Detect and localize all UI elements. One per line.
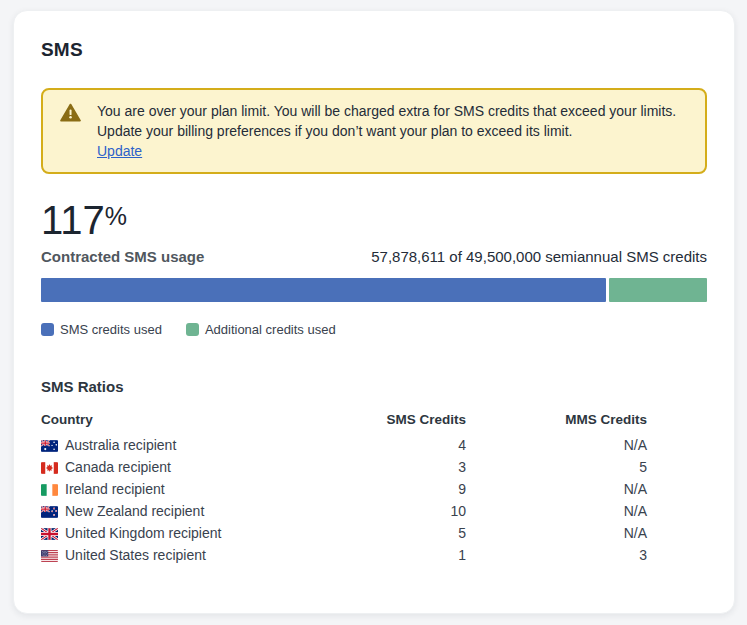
additional-credits-swatch-icon xyxy=(186,323,199,336)
legend-label: Additional credits used xyxy=(205,322,336,337)
usage-percent: 117% xyxy=(41,193,707,243)
table-row: New Zealand recipient 10 N/A xyxy=(41,500,647,522)
warning-triangle-icon xyxy=(60,103,81,126)
usage-percent-number: 117 xyxy=(41,198,105,242)
table-row: United Kingdom recipient 5 N/A xyxy=(41,522,647,544)
flag-nz-icon xyxy=(41,506,58,518)
bar-segment-sms xyxy=(41,278,606,302)
sms-usage-card: SMS You are over your plan limit. You wi… xyxy=(13,10,735,614)
mms-credits-value: N/A xyxy=(466,434,647,456)
table-row: United States recipient 1 3 xyxy=(41,544,647,566)
mms-credits-value: 3 xyxy=(466,544,647,566)
sms-credits-value: 3 xyxy=(301,456,466,478)
flag-ie-icon xyxy=(41,484,58,496)
country-label: Australia recipient xyxy=(65,437,176,453)
country-label: New Zealand recipient xyxy=(65,503,204,519)
table-row: Australia recipient 4 N/A xyxy=(41,434,647,456)
flag-us-icon xyxy=(41,550,58,562)
country-label: Ireland recipient xyxy=(65,481,165,497)
legend-item-sms: SMS credits used xyxy=(41,322,162,337)
sms-credits-value: 1 xyxy=(301,544,466,566)
country-label: Canada recipient xyxy=(65,459,171,475)
sms-credits-value: 10 xyxy=(301,500,466,522)
column-header-country: Country xyxy=(41,412,301,434)
flag-au-icon xyxy=(41,440,58,452)
page-title: SMS xyxy=(41,39,707,61)
usage-percent-sign: % xyxy=(105,202,127,230)
mms-credits-value: N/A xyxy=(466,500,647,522)
usage-stats: 57,878,611 of 49,500,000 semiannual SMS … xyxy=(371,248,707,265)
update-link[interactable]: Update xyxy=(97,141,142,161)
sms-credits-swatch-icon xyxy=(41,323,54,336)
alert-message: You are over your plan limit. You will b… xyxy=(97,101,689,161)
flag-ca-icon xyxy=(41,462,58,474)
mms-credits-value: 5 xyxy=(466,456,647,478)
mms-credits-value: N/A xyxy=(466,478,647,500)
sms-ratios-heading: SMS Ratios xyxy=(41,378,707,395)
column-header-sms-credits: SMS Credits xyxy=(301,412,466,434)
sms-credits-value: 4 xyxy=(301,434,466,456)
usage-label: Contracted SMS usage xyxy=(41,248,204,265)
usage-summary-row: Contracted SMS usage 57,878,611 of 49,50… xyxy=(41,248,707,265)
mms-credits-value: N/A xyxy=(466,522,647,544)
table-row: Ireland recipient 9 N/A xyxy=(41,478,647,500)
over-limit-alert: You are over your plan limit. You will b… xyxy=(41,88,707,174)
alert-text: You are over your plan limit. You will b… xyxy=(97,103,676,139)
table-header-row: Country SMS Credits MMS Credits xyxy=(41,412,647,434)
sms-ratios-table: Country SMS Credits MMS Credits Australi… xyxy=(41,412,647,566)
usage-legend: SMS credits used Additional credits used xyxy=(41,322,707,337)
column-header-mms-credits: MMS Credits xyxy=(466,412,647,434)
sms-credits-value: 9 xyxy=(301,478,466,500)
bar-segment-additional xyxy=(609,278,707,302)
usage-progress-bar xyxy=(41,278,707,302)
legend-item-additional: Additional credits used xyxy=(186,322,336,337)
legend-label: SMS credits used xyxy=(60,322,162,337)
table-row: Canada recipient 3 5 xyxy=(41,456,647,478)
country-label: United States recipient xyxy=(65,547,206,563)
country-label: United Kingdom recipient xyxy=(65,525,221,541)
flag-gb-icon xyxy=(41,528,58,540)
sms-credits-value: 5 xyxy=(301,522,466,544)
